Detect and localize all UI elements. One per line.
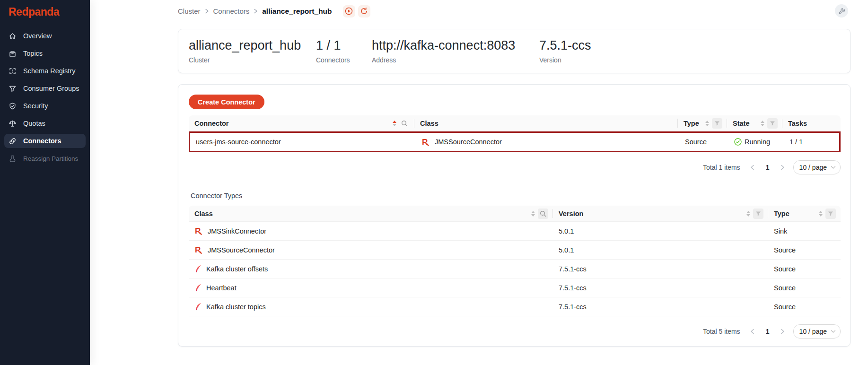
column-header-class[interactable]: Class xyxy=(189,206,553,221)
stat-label: Connectors xyxy=(316,56,372,64)
column-header-version[interactable]: Version xyxy=(553,206,768,221)
sidebar-item-label: Security xyxy=(23,102,48,110)
sidebar-item-label: Consumer Groups xyxy=(23,85,79,92)
sidebar-item-label: Topics xyxy=(23,50,43,57)
sort-icon[interactable] xyxy=(761,121,764,126)
pagination-total: Total 1 items xyxy=(703,164,740,171)
filter-icon[interactable] xyxy=(767,118,778,129)
column-header-connector[interactable]: Connector xyxy=(189,115,414,131)
sidebar-item-topics[interactable]: Topics xyxy=(4,46,86,61)
sidebar-item-security[interactable]: Security xyxy=(4,99,86,113)
svg-text:R: R xyxy=(195,226,201,235)
sidebar: Redpanda Overview Topics Schema Registry xyxy=(0,0,90,365)
filter-icon[interactable] xyxy=(712,118,722,129)
refresh-button[interactable] xyxy=(358,5,370,17)
quick-actions-button[interactable] xyxy=(835,4,848,17)
filter-icon[interactable] xyxy=(753,209,763,219)
connector-table-row[interactable]: users-jms-source-connector R JMSSourceCo… xyxy=(189,131,841,152)
connectors-pagination: Total 1 items 1 10 / page xyxy=(189,160,841,174)
breadcrumb-current: alliance_report_hub xyxy=(262,7,332,16)
connector-type-row[interactable]: Kafka cluster offsets 7.5.1-ccs Source xyxy=(189,260,841,278)
connectors-icon xyxy=(8,137,17,146)
column-header-type[interactable]: Type xyxy=(768,206,841,221)
page-size-select[interactable]: 10 / page xyxy=(793,160,841,174)
redpanda-mark-icon: R xyxy=(194,245,203,254)
sidebar-item-label: Connectors xyxy=(23,137,61,145)
next-page-button[interactable] xyxy=(777,326,789,337)
sort-icon[interactable] xyxy=(746,211,750,217)
connector-tasks-cell: 1 / 1 xyxy=(784,138,839,146)
column-header-class[interactable]: Class xyxy=(414,115,678,131)
connector-type-row[interactable]: R JMSSinkConnector 5.0.1 Sink xyxy=(189,222,841,241)
sidebar-item-schema-registry[interactable]: Schema Registry xyxy=(4,64,86,78)
column-header-type[interactable]: Type xyxy=(678,115,727,131)
redpanda-mark-icon: R xyxy=(194,226,203,235)
stat-connectors: 1 / 1 Connectors xyxy=(316,38,372,63)
connector-type-row[interactable]: Heartbeat 7.5.1-ccs Source xyxy=(189,278,841,297)
refresh-icon xyxy=(360,7,368,15)
sort-icon[interactable] xyxy=(531,211,535,217)
sort-icon[interactable] xyxy=(705,121,709,126)
sort-icon[interactable] xyxy=(393,121,396,126)
schema-registry-icon xyxy=(8,67,17,76)
pause-resume-connector-button[interactable] xyxy=(343,5,355,17)
breadcrumb-cluster[interactable]: Cluster xyxy=(178,7,201,15)
connector-types-pagination: Total 5 items 1 10 / page xyxy=(189,324,841,339)
connector-types-table: Class Version Type xyxy=(189,206,841,316)
kafka-feather-icon xyxy=(194,265,202,273)
filter-icon[interactable] xyxy=(825,209,836,219)
topics-icon xyxy=(8,49,17,58)
sidebar-item-quotas[interactable]: Quotas xyxy=(4,116,86,130)
quotas-icon xyxy=(8,119,17,128)
page-number[interactable]: 1 xyxy=(763,328,772,335)
connectors-table-header: Connector Class Type xyxy=(189,115,841,131)
connector-state-cell: Running xyxy=(728,138,784,146)
breadcrumb-connectors[interactable]: Connectors xyxy=(213,7,250,15)
sidebar-item-connectors[interactable]: Connectors xyxy=(4,134,86,148)
connectors-card: Create Connector Connector Class xyxy=(178,84,850,347)
redpanda-logo: Redpanda xyxy=(0,0,90,18)
breadcrumb: Cluster Connectors alliance_report_hub xyxy=(178,5,370,17)
chevron-down-icon xyxy=(831,330,836,333)
check-circle-icon xyxy=(734,138,742,146)
page-size-select[interactable]: 10 / page xyxy=(793,324,841,339)
pagination-total: Total 5 items xyxy=(703,328,740,335)
home-icon xyxy=(8,32,17,41)
connectors-table: Connector Class Type xyxy=(189,115,841,152)
play-circle-icon xyxy=(345,7,353,15)
sort-icon[interactable] xyxy=(819,211,823,217)
prev-page-button[interactable] xyxy=(747,326,758,337)
connector-types-title: Connector Types xyxy=(191,192,840,200)
sidebar-item-label: Reassign Partitions xyxy=(23,155,78,162)
sidebar-item-label: Quotas xyxy=(23,120,45,127)
topbar: Cluster Connectors alliance_report_hub xyxy=(90,0,868,22)
connector-name-cell[interactable]: users-jms-source-connector xyxy=(190,138,416,146)
connector-type-row[interactable]: Kafka cluster topics 7.5.1-ccs Source xyxy=(189,297,841,316)
wrench-icon xyxy=(838,8,845,15)
security-icon xyxy=(8,102,17,111)
sidebar-item-consumer-groups[interactable]: Consumer Groups xyxy=(4,81,86,96)
kafka-feather-icon xyxy=(194,303,202,311)
page-number[interactable]: 1 xyxy=(763,164,772,171)
search-icon[interactable] xyxy=(538,209,548,219)
kafka-feather-icon xyxy=(194,284,202,292)
svg-text:R: R xyxy=(422,138,428,147)
stat-value: http://kafka-connect:8083 xyxy=(372,38,539,53)
stat-value: alliance_report_hub xyxy=(189,38,316,53)
column-header-tasks[interactable]: Tasks xyxy=(782,115,841,131)
reassign-partitions-icon xyxy=(8,154,17,163)
connector-type-row[interactable]: R JMSSourceConnector 5.0.1 Source xyxy=(189,241,841,260)
create-connector-button[interactable]: Create Connector xyxy=(189,95,264,109)
column-header-state[interactable]: State xyxy=(727,115,782,131)
prev-page-button[interactable] xyxy=(747,162,758,173)
sidebar-item-overview[interactable]: Overview xyxy=(4,29,86,43)
consumer-groups-icon xyxy=(8,84,17,93)
stat-address: http://kafka-connect:8083 Address xyxy=(372,38,539,63)
sidebar-item-label: Schema Registry xyxy=(23,67,75,75)
stat-label: Version xyxy=(539,56,591,64)
stat-value: 1 / 1 xyxy=(316,38,372,53)
search-icon[interactable] xyxy=(399,118,410,129)
next-page-button[interactable] xyxy=(777,162,789,173)
sidebar-item-reassign-partitions[interactable]: Reassign Partitions xyxy=(4,151,86,165)
sidebar-item-label: Overview xyxy=(23,32,52,40)
